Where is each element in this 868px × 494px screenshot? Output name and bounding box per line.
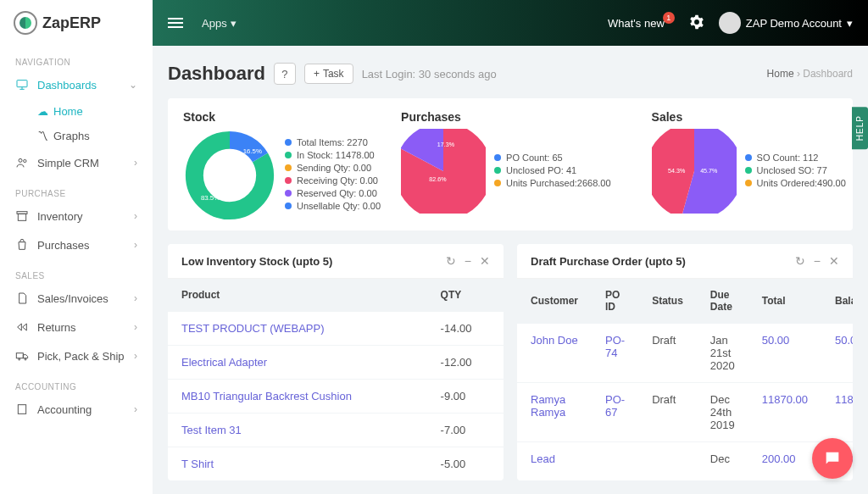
rewind-icon [15,320,29,334]
low-inventory-table: Product QTY TEST PRODUCT (WEBAPP)-14.00 … [168,279,504,480]
sidebar-item-sales[interactable]: Sales/Invoices › [0,284,153,313]
sidebar-item-pickpack[interactable]: Pick, Pack & Ship › [0,341,153,370]
plus-icon: + [314,68,320,80]
draft-po-panel: Draft Purchase Order (upto 5) ↻ − ✕ Cust… [517,244,853,480]
chart-title: Sales [652,110,846,124]
nav-section: ACCOUNTING [0,370,153,395]
sidebar-item-accounting[interactable]: Accounting › [0,395,153,424]
chart-stock: Stock 16.5% 83.5% Total Items: 2270 In S… [183,110,381,222]
sidebar-item-returns[interactable]: Returns › [0,313,153,341]
draft-po-table: Customer PO ID Status Due Date Total Bal… [517,279,853,475]
svg-text:83.5%: 83.5% [201,194,220,202]
table-row: LeadDec200.00200.00 [517,442,853,476]
whats-new-label: What's new [608,17,665,30]
svg-text:45.7%: 45.7% [700,168,718,175]
book-icon [15,402,29,416]
sidebar-item-purchases[interactable]: Purchases › [0,230,153,259]
topbar-inner: Apps ▾ What's new 1 ZAP Demo Account ▾ [153,0,868,46]
svg-text:17.3%: 17.3% [437,142,455,148]
refresh-icon[interactable]: ↻ [446,254,456,268]
whats-new[interactable]: What's new 1 [608,17,675,30]
sidebar-sub-home[interactable]: ☁Home [37,99,153,124]
pie-chart: 54.3% 45.7% [652,129,737,214]
minimize-icon[interactable]: − [814,254,821,268]
account-menu[interactable]: ZAP Demo Account ▾ [719,12,853,34]
chart-title: Stock [183,110,381,124]
chevron-right-icon: › [134,239,137,251]
chat-icon [823,449,842,468]
refresh-icon[interactable]: ↻ [795,254,805,268]
chevron-right-icon: › [134,403,137,415]
sidebar-item-crm[interactable]: Simple CRM › [0,148,153,177]
table-row: MB10 Triangular Backrest Cushion-9.00 [168,380,504,414]
menu-toggle-icon[interactable] [168,18,183,28]
bag-icon [15,238,29,252]
chevron-down-icon: ⌄ [129,79,137,91]
close-icon[interactable]: ✕ [480,254,490,268]
apps-menu[interactable]: Apps ▾ [202,17,236,30]
table-row: T Shirt-5.00 [168,447,504,481]
chart-purchases: Purchases 17.3% 82.6% PO Count: 65 Unclo… [401,110,611,222]
breadcrumb-current: Dashboard [803,68,853,80]
archive-icon [15,209,29,223]
truck-icon [15,349,29,363]
svg-text:54.3%: 54.3% [668,168,686,175]
monitor-icon [15,78,29,92]
chart-legend: PO Count: 65 Unclosed PO: 41 Units Purch… [494,153,611,191]
account-name: ZAP Demo Account [746,17,842,30]
file-icon [15,291,29,305]
table-row: Electrical Adapter-12.00 [168,346,504,380]
chevron-right-icon: › [134,321,137,333]
table-row: Test Item 31-7.00 [168,414,504,447]
help-button[interactable]: ? [274,63,296,85]
gear-icon[interactable] [688,14,705,33]
sidebar-item-inventory[interactable]: Inventory › [0,202,153,230]
svg-rect-8 [18,405,25,414]
chevron-right-icon: › [134,350,137,362]
sidebar-sub-graphs[interactable]: 〽Graphs [37,124,153,148]
svg-point-6 [19,358,20,360]
charts-row: HELP Stock 16.5% 83.5% Total Items: 2270… [168,98,853,230]
avatar [719,12,741,34]
sidebar-item-dashboards[interactable]: Dashboards ⌄ [0,70,153,99]
minimize-icon[interactable]: − [465,254,471,268]
breadcrumb: Home › Dashboard [767,68,853,80]
svg-rect-5 [16,353,23,358]
chart-sales: Sales 54.3% 45.7% SO Count: 112 Unclosed… [652,110,846,222]
chevron-right-icon: › [134,210,137,222]
chart-legend: SO Count: 112 Unclosed SO: 77 Units Orde… [745,153,846,191]
svg-text:82.6%: 82.6% [429,176,447,183]
svg-text:16.5%: 16.5% [243,147,262,155]
svg-point-2 [24,159,26,162]
nav-section: PURCHASE [0,177,153,202]
table-row: John DoePO-74DraftJan 21st 202050.0050.0… [517,324,853,383]
sidebar: NAVIGATION Dashboards ⌄ ☁Home 〽Graphs Si… [0,46,153,494]
apps-label: Apps [202,17,227,30]
graph-icon: 〽 [37,130,48,142]
low-inventory-panel: Low Inventory Stock (upto 5) ↻ − ✕ Produ… [168,244,504,480]
svg-rect-4 [18,214,25,220]
close-icon[interactable]: ✕ [829,254,839,268]
add-task-button[interactable]: +Task [304,64,353,84]
svg-point-7 [25,358,26,360]
logo[interactable]: ZapERP [0,0,153,46]
chevron-down-icon: ▾ [847,17,853,30]
chart-title: Purchases [401,110,611,124]
pie-chart: 17.3% 82.6% [401,129,486,214]
nav-section: NAVIGATION [0,46,153,70]
brand-name: ZapERP [42,14,101,32]
users-icon [15,156,29,169]
svg-point-1 [19,158,22,162]
last-login: Last Login: 30 seconds ago [362,68,497,80]
breadcrumb-home[interactable]: Home [767,68,794,80]
svg-rect-0 [17,80,27,87]
table-row: Ramya RamyaPO-67DraftDec 24th 201911870.… [517,383,853,442]
chevron-right-icon: › [134,157,137,169]
help-tab[interactable]: HELP [852,107,868,149]
chat-fab[interactable] [812,438,853,479]
chart-legend: Total Items: 2270 In Stock: 11478.00 Sen… [285,137,381,214]
topbar: ZapERP Apps ▾ What's new 1 ZAP Demo Acco… [0,0,868,46]
page-title: Dashboard [168,63,265,85]
cloud-icon: ☁ [37,105,48,118]
chevron-down-icon: ▾ [231,17,236,30]
